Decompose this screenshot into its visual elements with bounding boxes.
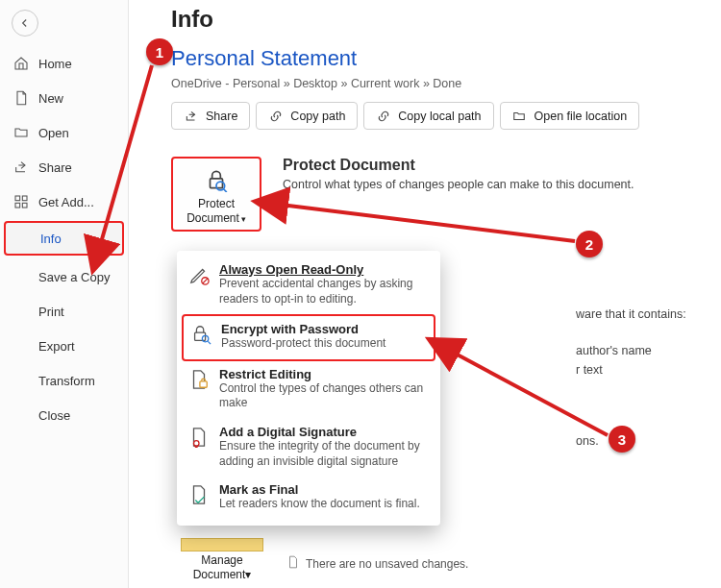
menu-item-title: Mark as Final bbox=[219, 482, 420, 497]
open-file-location-button[interactable]: Open file location bbox=[500, 102, 640, 130]
page-title: Info bbox=[171, 6, 721, 33]
menu-encrypt-password[interactable]: Encrypt with Password Password-protect t… bbox=[182, 314, 435, 361]
menu-item-title: Always Open Read-Only bbox=[219, 262, 429, 277]
doc-icon bbox=[286, 555, 300, 572]
callout-3: 3 bbox=[609, 426, 635, 453]
sidebar-item-export[interactable]: Export bbox=[0, 329, 128, 363]
sidebar-item-label: Get Add... bbox=[38, 195, 94, 209]
protect-document-menu: Always Open Read-Only Prevent accidental… bbox=[177, 251, 440, 526]
link-icon bbox=[268, 109, 283, 123]
sidebar-item-print[interactable]: Print bbox=[0, 294, 128, 329]
doc-check-icon bbox=[188, 482, 210, 512]
chevron-down-icon: ▾ bbox=[241, 214, 246, 224]
sidebar-item-label: Open bbox=[38, 126, 69, 140]
menu-item-title: Restrict Editing bbox=[219, 367, 429, 381]
inspect-peek: r text bbox=[576, 363, 603, 377]
menu-item-desc: Ensure the integrity of the document by … bbox=[219, 439, 429, 469]
svg-line-6 bbox=[224, 189, 227, 192]
sidebar-item-label: Export bbox=[38, 339, 75, 354]
menu-item-title: Add a Digital Signature bbox=[219, 425, 429, 439]
sidebar-item-addins[interactable]: Get Add... bbox=[0, 184, 128, 219]
menu-item-desc: Prevent accidental changes by asking rea… bbox=[219, 277, 429, 306]
addins-icon bbox=[13, 194, 29, 209]
unsaved-changes-note: There are no unsaved changes. bbox=[286, 555, 468, 572]
callout-2: 2 bbox=[576, 231, 603, 257]
back-button[interactable] bbox=[12, 10, 38, 37]
button-label: Copy local path bbox=[398, 110, 481, 123]
sidebar-item-label: Save a Copy bbox=[38, 270, 110, 284]
sidebar-item-label: Share bbox=[38, 160, 72, 175]
document-title[interactable]: Personal Statement bbox=[171, 46, 721, 71]
svg-rect-3 bbox=[22, 203, 27, 208]
breadcrumb: OneDrive - Personal » Desktop » Current … bbox=[171, 77, 721, 90]
folder-open-icon bbox=[13, 125, 29, 140]
button-label: Open file location bbox=[535, 110, 628, 123]
menu-item-title: Encrypt with Password bbox=[221, 322, 385, 336]
menu-item-desc: Control the types of changes others can … bbox=[219, 381, 429, 411]
menu-mark-final[interactable]: Mark as Final Let readers know the docum… bbox=[177, 477, 440, 520]
folder-icon bbox=[181, 538, 263, 551]
button-label: Protect Document▾ bbox=[177, 197, 256, 226]
button-label: Copy path bbox=[290, 110, 345, 123]
svg-line-8 bbox=[203, 279, 209, 284]
doc-ribbon-icon bbox=[188, 425, 210, 469]
share-button[interactable]: Share bbox=[171, 102, 250, 130]
sidebar-item-new[interactable]: New bbox=[0, 81, 128, 115]
menu-item-desc: Let readers know the document is final. bbox=[219, 497, 420, 512]
protect-document-button[interactable]: Protect Document▾ bbox=[171, 157, 261, 232]
sidebar-item-save-copy[interactable]: Save a Copy bbox=[0, 259, 128, 294]
sidebar-item-label: Info bbox=[40, 232, 62, 246]
share-icon bbox=[184, 109, 198, 123]
menu-digital-signature[interactable]: Add a Digital Signature Ensure the integ… bbox=[177, 419, 440, 477]
svg-rect-2 bbox=[15, 203, 20, 208]
pencil-blocked-icon bbox=[188, 262, 210, 306]
inspect-peek: ware that it contains: bbox=[576, 307, 686, 321]
menu-read-only[interactable]: Always Open Read-Only Prevent accidental… bbox=[177, 257, 440, 314]
menu-item-desc: Password-protect this document bbox=[221, 336, 385, 352]
link-icon bbox=[376, 109, 390, 123]
toolbar: Share Copy path Copy local path Open fil… bbox=[171, 102, 721, 130]
copy-local-path-button[interactable]: Copy local path bbox=[363, 102, 493, 130]
sidebar-item-label: Home bbox=[38, 57, 72, 71]
svg-rect-0 bbox=[15, 196, 20, 201]
button-label: Share bbox=[206, 110, 237, 123]
inspect-peek: ons. bbox=[576, 434, 599, 448]
sidebar-item-label: Print bbox=[38, 305, 64, 319]
sidebar-item-share[interactable]: Share bbox=[0, 150, 128, 184]
svg-rect-12 bbox=[200, 381, 207, 387]
file-icon bbox=[13, 90, 29, 106]
home-icon bbox=[13, 56, 29, 71]
manage-document-button[interactable]: Manage Document▾ bbox=[181, 538, 263, 582]
doc-lock-icon bbox=[188, 367, 210, 411]
backstage-sidebar: Home New Open Share Get Add... Info Save… bbox=[0, 0, 129, 588]
copy-path-button[interactable]: Copy path bbox=[256, 102, 358, 130]
menu-restrict-editing[interactable]: Restrict Editing Control the types of ch… bbox=[177, 361, 440, 419]
callout-1: 1 bbox=[146, 38, 173, 65]
sidebar-item-open[interactable]: Open bbox=[0, 115, 128, 150]
lock-search-icon bbox=[190, 322, 211, 352]
chevron-down-icon: ▾ bbox=[245, 568, 251, 581]
sidebar-item-home[interactable]: Home bbox=[0, 46, 128, 81]
share-icon bbox=[13, 159, 29, 175]
button-label: Manage Document▾ bbox=[181, 553, 263, 582]
svg-rect-1 bbox=[22, 196, 27, 201]
svg-point-13 bbox=[194, 441, 200, 447]
sidebar-item-label: Transform bbox=[38, 374, 95, 388]
folder-icon bbox=[512, 109, 527, 123]
svg-line-11 bbox=[208, 342, 211, 345]
protect-desc: Control what types of changes people can… bbox=[283, 178, 634, 191]
sidebar-item-label: Close bbox=[38, 408, 70, 423]
sidebar-item-label: New bbox=[38, 91, 63, 106]
protect-heading: Protect Document bbox=[283, 157, 634, 174]
blank-icon bbox=[15, 231, 31, 246]
sidebar-item-transform[interactable]: Transform bbox=[0, 363, 128, 398]
sidebar-item-info[interactable]: Info bbox=[4, 221, 124, 256]
sidebar-item-close[interactable]: Close bbox=[0, 398, 128, 432]
lock-icon bbox=[177, 166, 256, 193]
inspect-peek: author's name bbox=[576, 344, 652, 357]
